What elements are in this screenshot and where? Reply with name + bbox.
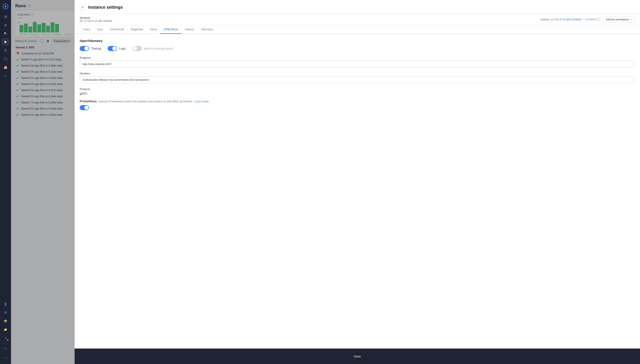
logs-toggle-item: Logs — [108, 46, 126, 51]
prometheus-header: Prometheus Expose Prometheus metrics for… — [80, 100, 635, 103]
modal-body: OpenTelemetry Tracing — [74, 34, 640, 348]
tab-core[interactable]: Core — [94, 25, 106, 34]
sidebar: ⊞ ★ 🔍 $ 📅 + 👤 ⚙ 📦 📁 ≡ ? → — [0, 0, 11, 364]
tab-alerts[interactable]: Alerts — [146, 25, 160, 34]
sidebar-item-logs[interactable]: ≡ — [2, 334, 9, 342]
headers-field: Headers — [80, 72, 635, 83]
metrics-toggle-item: Metrics (coming soon) — [132, 46, 173, 51]
logs-thumb — [112, 46, 116, 51]
tab-otel[interactable]: OTEL/Prom — [160, 25, 182, 34]
toggles-row: Tracing Logs — [80, 46, 635, 51]
protocol-label: Protocol — [80, 88, 635, 91]
logs-track — [108, 46, 117, 51]
prometheus-track — [80, 105, 89, 110]
sidebar-item-add[interactable]: + — [2, 72, 9, 80]
tracing-toggle[interactable] — [80, 46, 89, 51]
modal-subheader: Windmill EE v1.441.0-14-g81128ddde Updat… — [74, 14, 640, 25]
tracing-label: Tracing — [91, 47, 101, 50]
prometheus-toggle-item — [80, 105, 635, 110]
tab-users[interactable]: Users — [80, 25, 94, 34]
sidebar-item-packages[interactable]: 📦 — [2, 317, 9, 325]
sidebar-item-users[interactable]: 👤 — [2, 300, 9, 308]
endpoint-label: Endpoint — [80, 56, 635, 59]
sidebar-item-dashboard[interactable]: ⊞ — [2, 13, 9, 20]
tab-auth[interactable]: Auth/OAuth — [106, 25, 127, 34]
tab-registries[interactable]: Registries — [127, 25, 146, 34]
metrics-toggle[interactable] — [132, 46, 142, 51]
prometheus-title: Prometheus — [80, 100, 97, 103]
admins-workspace-button[interactable]: Admins workspace ↗ — [603, 16, 635, 22]
protocol-field: Protocol gRPC — [80, 88, 635, 95]
version-label: EE v1.441.0-14-g81128ddde — [80, 20, 112, 22]
svg-marker-2 — [5, 41, 7, 43]
modal-panel: ✕ Instance settings Windmill EE v1.441.0… — [74, 0, 640, 364]
update-info-icon[interactable]: i — [597, 18, 600, 21]
sidebar-item-runs[interactable] — [2, 38, 9, 46]
tab-indexer[interactable]: Indexer — [182, 25, 198, 34]
modal-overlay: ✕ Instance settings Windmill EE v1.441.0… — [11, 0, 640, 364]
external-link-icon: ↗ — [630, 18, 632, 21]
endpoint-field: Endpoint — [80, 56, 635, 68]
sidebar-item-billing[interactable]: $ — [2, 46, 9, 54]
otel-section-title: OpenTelemetry — [80, 39, 635, 42]
tracing-track — [80, 46, 89, 51]
update-link[interactable]: Update: v1.441.0-14-g81128ddde → v1.442.… — [540, 18, 600, 21]
tabs-row: UsersCoreAuth/OAuthRegistriesAlertsOTEL/… — [74, 25, 640, 34]
sidebar-logo[interactable] — [2, 2, 9, 10]
sidebar-item-folder[interactable]: 📁 — [2, 326, 9, 333]
sidebar-item-calendar[interactable]: 📅 — [2, 64, 9, 71]
metrics-thumb — [133, 46, 137, 51]
svg-point-1 — [5, 6, 6, 7]
tracing-toggle-item: Tracing — [80, 46, 101, 51]
metrics-label: Metrics (coming soon) — [144, 47, 173, 50]
modal-footer: Save — [74, 348, 640, 364]
prometheus-section: Prometheus Expose Prometheus metrics for… — [80, 100, 635, 110]
prometheus-toggle[interactable] — [80, 105, 89, 110]
tab-telemetry[interactable]: Telemetry — [198, 25, 216, 34]
main-content: Runs i Load more i 1,000 200 — [11, 0, 640, 364]
sidebar-item-logout[interactable]: → — [2, 354, 9, 362]
app-name: Windmill — [80, 16, 112, 20]
windmill-info: Windmill EE v1.441.0-14-g81128ddde — [80, 16, 112, 22]
endpoint-input[interactable] — [80, 60, 635, 68]
modal-title: Instance settings — [88, 5, 123, 10]
protocol-value: gRPC — [80, 92, 635, 95]
logs-toggle[interactable] — [108, 46, 117, 51]
headers-input[interactable] — [80, 76, 635, 83]
sidebar-item-help[interactable]: ? — [2, 345, 9, 353]
logs-label: Logs — [119, 47, 126, 50]
sidebar-item-search[interactable]: 🔍 — [2, 30, 9, 37]
modal-header: ✕ Instance settings — [74, 0, 640, 14]
headers-label: Headers — [80, 72, 635, 75]
tracing-thumb — [84, 46, 88, 51]
sidebar-item-settings[interactable]: ⚙ — [2, 309, 9, 316]
save-button[interactable]: Save — [80, 352, 635, 360]
prometheus-desc: Expose Prometheus metrics for workers an… — [98, 100, 209, 103]
prometheus-thumb — [84, 106, 88, 110]
sidebar-divider — [2, 344, 9, 344]
sidebar-item-resources[interactable] — [2, 55, 9, 63]
metrics-track — [132, 46, 142, 51]
sidebar-item-favorites[interactable]: ★ — [2, 21, 9, 29]
modal-close-button[interactable]: ✕ — [80, 4, 86, 10]
notification-badge — [7, 339, 8, 341]
prometheus-learn-more[interactable]: Learn more — [194, 100, 208, 103]
